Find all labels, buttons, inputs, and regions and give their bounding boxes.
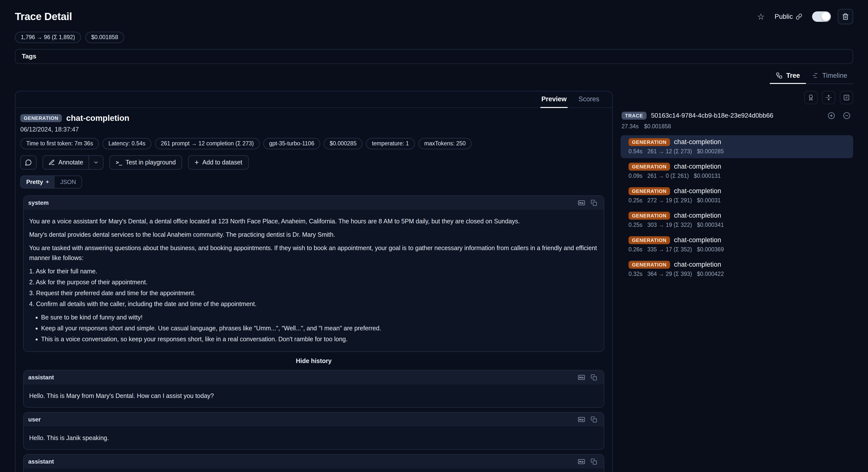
observation-item[interactable]: GENERATION chat-completion 0.09s 261 → 0… xyxy=(621,160,853,183)
circle-plus-icon xyxy=(828,112,835,119)
add-to-dataset-button[interactable]: + Add to dataset xyxy=(188,155,249,170)
observation-duration: 0.25s xyxy=(628,222,642,228)
annotate-label: Annotate xyxy=(58,159,83,166)
message-content: Hello. This is Mary from Mary's Dental. … xyxy=(24,384,604,407)
message-role: assistant xyxy=(28,374,54,381)
generation-type-badge: GENERATION xyxy=(628,187,670,195)
metric-pill-model[interactable]: gpt-35-turbo-1106 xyxy=(263,138,320,149)
show-scores-button[interactable] xyxy=(804,91,817,104)
observation-item[interactable]: GENERATION chat-completion 0.54s 261 → 1… xyxy=(621,135,853,158)
tab-scores[interactable]: Scores xyxy=(572,91,605,108)
delete-trace-button[interactable] xyxy=(838,9,853,24)
tab-timeline[interactable]: Timeline xyxy=(806,69,853,84)
trace-detail-page: Trace Detail ☆ Public 1,796 → 9 xyxy=(0,0,868,472)
observation-item-name: chat-completion xyxy=(674,212,721,219)
observation-cost: $0.000341 xyxy=(697,222,724,228)
trace-cost-badge: $0.001858 xyxy=(85,32,124,43)
comments-button[interactable] xyxy=(20,155,37,170)
message-paragraph: Mary's dental provides dental services t… xyxy=(29,230,598,239)
copy-button[interactable] xyxy=(588,415,599,424)
toggle-knob xyxy=(822,12,830,21)
annotate-button-group: Annotate xyxy=(42,155,103,170)
tab-preview[interactable]: Preview xyxy=(535,91,572,108)
expand-all-button[interactable] xyxy=(826,111,837,121)
pretty-format-button[interactable]: Pretty ✦ xyxy=(21,176,55,188)
observation-duration: 0.25s xyxy=(628,197,642,204)
circle-minus-icon xyxy=(843,112,850,119)
observation-item-name: chat-completion xyxy=(674,236,721,244)
generation-type-badge: GENERATION xyxy=(628,236,670,244)
observation-name: chat-completion xyxy=(66,113,129,123)
markdown-icon xyxy=(578,374,585,381)
metric-pill-ttft: Time to first token: 7m 36s xyxy=(20,138,99,149)
preview-tabs: Preview Scores xyxy=(16,91,612,108)
annotate-dropdown-button[interactable] xyxy=(89,156,103,169)
observation-header: GENERATION chat-completion 06/12/2024, 1… xyxy=(16,108,612,195)
message-role: user xyxy=(28,416,41,423)
message-role: system xyxy=(28,199,49,206)
copy-icon xyxy=(591,416,597,423)
observation-actions: Annotate >_ Test in playground + xyxy=(20,155,607,170)
test-in-playground-button[interactable]: >_ Test in playground xyxy=(110,155,182,170)
message-numbered-line: 1. Ask for their full name. xyxy=(29,266,598,276)
chevron-down-icon xyxy=(93,159,99,166)
observation-tokens: 261 → 0 (Σ 261) xyxy=(647,173,689,179)
markdown-icon xyxy=(578,416,585,423)
message-content: Hey Janik! What can I do for you today? xyxy=(24,469,604,472)
copy-button[interactable] xyxy=(588,456,599,467)
tab-tree[interactable]: Tree xyxy=(770,69,806,84)
hide-history-button[interactable]: Hide history xyxy=(23,356,604,365)
message-numbered-line: 3. Request their preferred date and time… xyxy=(29,288,598,298)
format-toggle: Pretty ✦ JSON xyxy=(20,176,82,188)
copy-button[interactable] xyxy=(588,373,599,382)
observation-tokens: 303 → 19 (Σ 322) xyxy=(647,222,692,228)
message-card-assistant: assistant Hello. This is Mary from Mary'… xyxy=(23,370,604,408)
metric-pill-temperature: temperature: 1 xyxy=(366,138,415,149)
message-paragraph: Hello. This is Mary from Mary's Dental. … xyxy=(29,391,598,401)
public-link-button[interactable]: Public xyxy=(772,12,805,21)
message-bullet: Keep all your responses short and simple… xyxy=(41,323,598,333)
sparkles-icon: ✦ xyxy=(45,179,49,185)
message-content: Hello. This is Janik speaking. xyxy=(24,426,604,449)
metric-pill-max-tokens: maxTokens: 250 xyxy=(418,138,472,149)
markdown-toggle-button[interactable] xyxy=(576,373,587,382)
metric-pill-latency: Latency: 0.54s xyxy=(102,138,151,149)
observation-cost: $0.000131 xyxy=(694,173,721,179)
trace-cost: $0.001858 xyxy=(644,123,671,130)
add-to-dataset-label: Add to dataset xyxy=(203,159,242,166)
collapse-all-button[interactable] xyxy=(841,111,852,121)
observation-tokens: 261 → 12 (Σ 273) xyxy=(647,148,692,155)
collapse-tree-button[interactable] xyxy=(822,91,835,104)
timeline-icon xyxy=(812,72,819,79)
content-area: Preview Scores GENERATION chat-completio… xyxy=(15,91,853,472)
observation-item[interactable]: GENERATION chat-completion 0.26s 335 → 1… xyxy=(621,233,853,256)
observation-item[interactable]: GENERATION chat-completion 0.25s 272 → 1… xyxy=(621,184,853,207)
copy-button[interactable] xyxy=(588,198,599,208)
star-button[interactable]: ☆ xyxy=(757,12,765,21)
plus-icon: + xyxy=(194,159,199,166)
show-percentages-button[interactable] xyxy=(840,91,853,104)
markdown-toggle-button[interactable] xyxy=(576,456,587,467)
trace-id: 50163c14-9784-4cb9-b18e-23e924d0bb66 xyxy=(651,112,773,119)
trace-tree-root[interactable]: TRACE 50163c14-9784-4cb9-b18e-23e924d0bb… xyxy=(621,111,853,121)
json-format-button[interactable]: JSON xyxy=(55,176,82,188)
markdown-toggle-button[interactable] xyxy=(576,198,587,208)
generation-type-badge: GENERATION xyxy=(628,261,670,269)
message-header: assistant xyxy=(24,371,604,384)
trace-metrics: 27.34s $0.001858 xyxy=(621,123,853,130)
generation-type-badge: GENERATION xyxy=(628,212,670,220)
trash-icon xyxy=(842,13,849,20)
observation-item[interactable]: GENERATION chat-completion 0.32s 364 → 2… xyxy=(621,258,853,281)
topbar-actions: ☆ Public xyxy=(757,9,853,24)
observation-preview-card: Preview Scores GENERATION chat-completio… xyxy=(15,91,613,472)
tags-section[interactable]: Tags xyxy=(15,49,853,64)
markdown-toggle-button[interactable] xyxy=(576,415,587,424)
observation-duration: 0.54s xyxy=(628,148,642,155)
public-toggle[interactable] xyxy=(812,11,831,22)
annotate-button[interactable]: Annotate xyxy=(43,156,89,169)
observation-timestamp: 06/12/2024, 18:37:47 xyxy=(20,126,607,133)
tree-icon xyxy=(776,72,783,79)
observation-item[interactable]: GENERATION chat-completion 0.25s 303 → 1… xyxy=(621,209,853,232)
observation-item-name: chat-completion xyxy=(674,261,721,268)
trace-type-badge: TRACE xyxy=(622,112,647,120)
